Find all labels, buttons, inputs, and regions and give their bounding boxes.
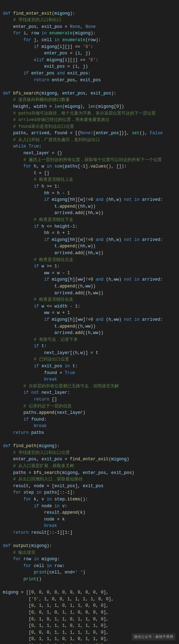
code-block: def find_enter_exit(migong): # 寻找迷宫的入口和出… [0, 0, 179, 644]
code-line-1: def find_enter_exit(migong): # 寻找迷宫的入口和出… [3, 11, 163, 644]
watermark: 微信公众号：麻辣平果网 [132, 633, 175, 640]
